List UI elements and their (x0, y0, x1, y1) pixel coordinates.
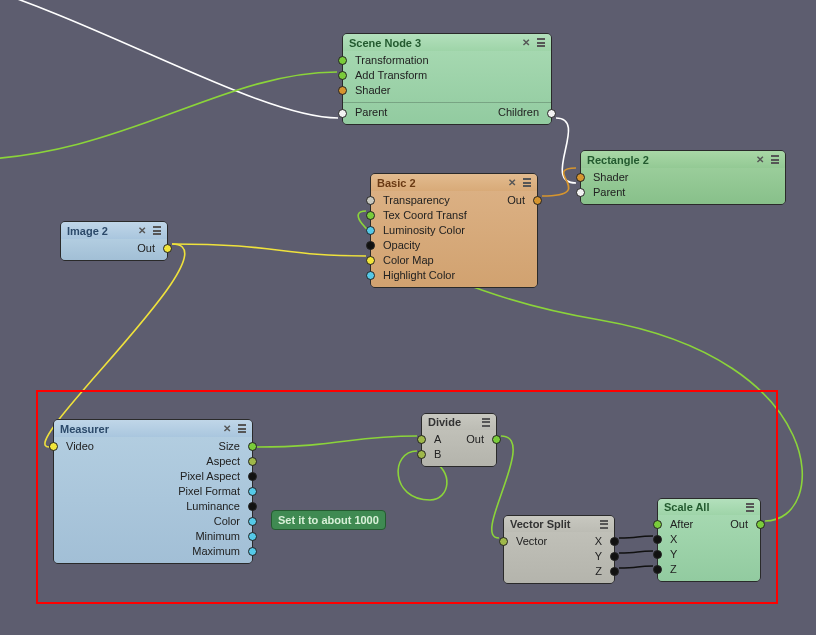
menu-icon[interactable] (598, 518, 610, 530)
node-measurer[interactable]: Measurer ✕ Video Size Aspect Pixel Aspec… (53, 419, 253, 564)
port-in[interactable] (366, 196, 375, 205)
port-label: Color Map (383, 254, 434, 266)
port-color-row: Color (54, 514, 252, 529)
port-a[interactable] (417, 435, 426, 444)
port-label: Highlight Color (383, 269, 455, 281)
port-video[interactable] (49, 442, 58, 451)
port-z[interactable] (610, 567, 619, 576)
port-vector[interactable] (499, 537, 508, 546)
node-scene-node-3[interactable]: Scene Node 3 ✕ Transformation Add Transf… (342, 33, 552, 125)
port-shader-row: Shader (581, 170, 785, 185)
close-icon[interactable]: ✕ (505, 176, 518, 189)
port-out[interactable] (248, 532, 257, 541)
port-out-row: Out (61, 241, 167, 256)
port-label-right: Out (730, 517, 748, 532)
port-label: Pixel Format (178, 485, 240, 497)
port-children[interactable] (547, 109, 556, 118)
port-label: Pixel Aspect (180, 470, 240, 482)
node-vector-split[interactable]: Vector Split Vector X Y Z (503, 515, 615, 584)
wire-basic-out-rect-shader (542, 168, 576, 196)
port-out[interactable] (248, 457, 257, 466)
node-image-2[interactable]: Image 2 ✕ Out (60, 221, 168, 261)
port-in[interactable] (338, 71, 347, 80)
port-in[interactable] (576, 173, 585, 182)
port-y-row: Y (658, 547, 760, 562)
port-in[interactable] (576, 188, 585, 197)
port-label: Maximum (192, 545, 240, 557)
port-y[interactable] (610, 552, 619, 561)
port-in[interactable] (338, 86, 347, 95)
menu-icon[interactable] (521, 177, 533, 189)
port-video-size-row: Video Size (54, 439, 252, 454)
port-out[interactable] (492, 435, 501, 444)
menu-icon[interactable] (151, 225, 163, 237)
port-b-row: B (422, 447, 496, 462)
port-label: Transformation (355, 54, 429, 66)
port-parent-row: Parent (581, 185, 785, 200)
port-x[interactable] (653, 535, 662, 544)
port-aspect-row: Aspect (54, 454, 252, 469)
wire-offscreen-parent (0, 0, 338, 118)
port-label: Tex Coord Transf (383, 209, 467, 221)
port-in[interactable] (366, 271, 375, 280)
port-transformation-row: Transformation (343, 53, 551, 68)
port-in[interactable] (366, 256, 375, 265)
port-in[interactable] (366, 241, 375, 250)
port-label-right: Out (466, 432, 484, 447)
node-scale-all[interactable]: Scale All After Out X Y Z (657, 498, 761, 582)
node-basic-2[interactable]: Basic 2 ✕ Transparency Out Tex Coord Tra… (370, 173, 538, 288)
port-y[interactable] (653, 550, 662, 559)
port-in[interactable] (338, 56, 347, 65)
menu-icon[interactable] (480, 416, 492, 428)
port-after[interactable] (653, 520, 662, 529)
port-out[interactable] (533, 196, 542, 205)
close-icon[interactable]: ✕ (753, 153, 766, 166)
node-divide[interactable]: Divide A Out B (421, 413, 497, 467)
wire-scene-children-rect-parent (556, 118, 576, 183)
close-icon[interactable]: ✕ (519, 36, 532, 49)
port-label-left: Transparency (383, 193, 450, 208)
menu-icon[interactable] (744, 501, 756, 513)
port-label-left: Parent (355, 105, 387, 120)
port-label-right: Out (507, 193, 525, 208)
menu-icon[interactable] (236, 423, 248, 435)
node-title: Divide (428, 416, 480, 428)
port-label: Y (670, 548, 677, 560)
port-y-row: Y (504, 549, 614, 564)
node-title: Image 2 (67, 225, 135, 237)
port-label-left: A (434, 432, 441, 447)
port-out[interactable] (248, 502, 257, 511)
port-out[interactable] (756, 520, 765, 529)
port-label-left: Video (66, 439, 94, 454)
port-size[interactable] (248, 442, 257, 451)
port-colormap-row: Color Map (371, 253, 537, 268)
port-z[interactable] (653, 565, 662, 574)
port-parent[interactable] (338, 109, 347, 118)
port-out[interactable] (248, 517, 257, 526)
port-label-right: X (595, 534, 602, 549)
menu-icon[interactable] (769, 154, 781, 166)
port-label-left: Vector (516, 534, 547, 549)
port-vector-x-row: Vector X (504, 534, 614, 549)
annotation-tooltip: Set it to about 1000 (271, 510, 386, 530)
port-texcoord-row: Tex Coord Transf (371, 208, 537, 223)
node-title: Basic 2 (377, 177, 505, 189)
port-in[interactable] (366, 211, 375, 220)
close-icon[interactable]: ✕ (135, 224, 148, 237)
port-label: Luminance (186, 500, 240, 512)
close-icon[interactable]: ✕ (220, 422, 233, 435)
port-in[interactable] (366, 226, 375, 235)
port-out[interactable] (248, 472, 257, 481)
port-out[interactable] (248, 487, 257, 496)
port-out[interactable] (163, 244, 172, 253)
port-b[interactable] (417, 450, 426, 459)
node-rectangle-2[interactable]: Rectangle 2 ✕ Shader Parent (580, 150, 786, 205)
port-out[interactable] (248, 547, 257, 556)
port-label: Parent (593, 186, 625, 198)
node-title: Scene Node 3 (349, 37, 519, 49)
port-label: Z (595, 565, 602, 577)
port-label: Shader (593, 171, 628, 183)
port-pixel-aspect-row: Pixel Aspect (54, 469, 252, 484)
port-x[interactable] (610, 537, 619, 546)
menu-icon[interactable] (535, 37, 547, 49)
